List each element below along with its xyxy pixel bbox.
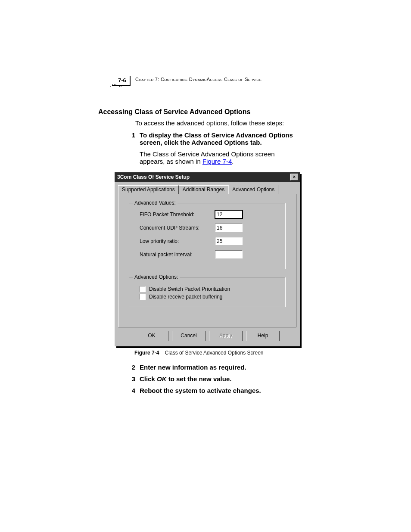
running-header: Chapter 7: Configuring DynamicAccess Cla… [135,77,262,82]
figure-label: Figure 7-4 [134,350,159,356]
step-3: 3 Click OK to set the new value. [127,375,308,383]
ok-button[interactable]: OK [135,331,168,341]
step-1-body: The Class of Service Advanced Options sc… [140,150,299,165]
step-text: To display the Class of Service Advanced… [140,131,299,146]
disable-switch-prioritization-label: Disable Switch Packet Prioritization [149,286,230,292]
svg-point-8 [124,85,125,86]
svg-point-2 [114,84,115,85]
svg-point-5 [119,86,120,87]
svg-point-4 [117,85,118,86]
title-bar: 3Com Class Of Service Setup × [115,172,300,182]
step3-ok: OK [157,375,167,383]
step-number: 4 [127,387,135,394]
section-heading: Accessing Class of Service Advanced Opti… [98,108,250,116]
svg-point-6 [121,86,121,87]
step-text: Click OK to set the new value. [140,375,308,383]
step-1: 1 To display the Class of Service Advanc… [127,131,299,146]
step-number: 1 [127,131,135,146]
step-4: 4 Reboot the system to activate changes. [127,387,308,394]
tab-advanced-options[interactable]: Advanced Options [228,185,278,194]
step-text: Reboot the system to activate changes. [140,387,308,394]
group-legend: Advanced Values: [133,200,177,206]
dialog-window: 3Com Class Of Service Setup × Supported … [115,172,300,346]
help-button[interactable]: Help [246,331,280,341]
fifo-threshold-input[interactable] [215,210,243,218]
natural-packet-interval-label: Natural packet interval: [140,252,215,258]
svg-point-3 [115,84,116,85]
cancel-button[interactable]: Cancel [172,331,206,341]
advanced-values-group: Advanced Values: FIFO Packet Threshold: … [129,203,286,269]
step-text: Enter new information as required. [140,364,308,371]
svg-point-7 [122,85,123,86]
step3-post: to set the new value. [167,375,232,383]
step-2: 2 Enter new information as required. [127,364,308,371]
svg-point-1 [112,84,113,85]
udp-streams-label: Concurrent UDP Streams: [140,225,215,231]
figure-caption-text: Class of Service Advanced Options Screen [165,350,264,356]
step3-pre: Click [140,375,157,383]
step-body-post: . [232,158,234,165]
decorative-dots-icon [109,84,127,92]
natural-packet-interval-input[interactable] [215,250,243,258]
tab-supported-applications[interactable]: Supported Applications [118,185,179,194]
tab-additional-ranges[interactable]: Additional Ranges [179,185,228,194]
fifo-threshold-label: FIFO Packet Threshold: [140,212,215,218]
udp-streams-input[interactable] [215,224,243,232]
low-priority-ratio-label: Low priority ratio: [140,238,215,244]
dialog-title: 3Com Class Of Service Setup [117,174,190,180]
apply-button[interactable]: Apply [209,331,243,341]
figure-link[interactable]: Figure 7-4 [202,158,232,165]
disable-switch-prioritization-checkbox[interactable] [140,286,146,292]
low-priority-ratio-input[interactable] [215,237,243,245]
disable-receive-buffering-checkbox[interactable] [140,294,146,300]
step-number: 3 [127,375,135,383]
svg-point-0 [110,86,111,87]
group-legend: Advanced Options: [133,274,180,280]
tab-panel: Advanced Values: FIFO Packet Threshold: … [118,194,296,327]
advanced-options-group: Advanced Options: Disable Switch Packet … [129,277,286,307]
figure-caption: Figure 7-4 Class of Service Advanced Opt… [134,350,264,356]
tab-strip: Supported Applications Additional Ranges… [118,185,296,194]
section-intro: To access the advanced options, follow t… [135,119,284,127]
close-button[interactable]: × [290,174,298,180]
disable-receive-buffering-label: Disable receive packet buffering [149,294,223,300]
step-number: 2 [127,364,135,371]
button-row: OK Cancel Apply Help [118,331,296,341]
